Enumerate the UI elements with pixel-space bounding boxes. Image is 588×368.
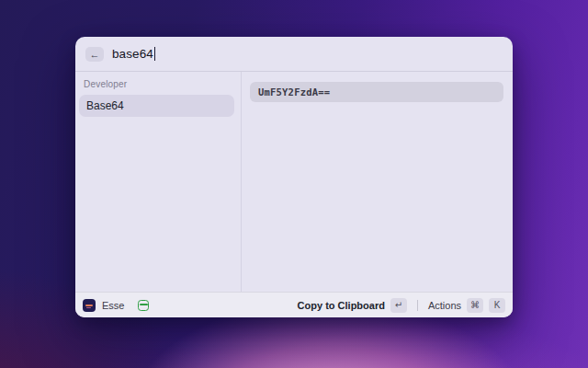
list-item-base64[interactable]: Base64 — [79, 95, 234, 117]
search-input[interactable]: base64 — [112, 47, 155, 61]
results-sidebar: Developer Base64 — [75, 72, 242, 292]
copy-to-clipboard-label: Copy to Clipboard — [298, 300, 385, 311]
window-body: Developer Base64 UmF5Y2FzdA== — [75, 72, 513, 292]
encoded-result-box: UmF5Y2FzdA== — [250, 82, 503, 102]
k-key-icon: K — [489, 298, 505, 313]
return-key-icon: ↵ — [390, 298, 407, 313]
back-button[interactable]: ← — [85, 47, 104, 62]
text-field-icon — [138, 300, 149, 311]
search-input-value: base64 — [112, 47, 153, 61]
detail-panel: UmF5Y2FzdA== — [242, 72, 513, 292]
app-name: Esse — [102, 300, 124, 311]
command-key-icon: ⌘ — [467, 298, 483, 313]
footer-divider — [417, 300, 418, 311]
search-bar: ← base64 — [75, 37, 513, 72]
text-cursor — [154, 47, 156, 61]
actions-menu-button[interactable]: Actions ⌘ K — [428, 298, 505, 313]
launcher-window: ← base64 Developer Base64 UmF5Y2FzdA== E… — [75, 37, 513, 317]
action-bar: Esse Copy to Clipboard ↵ Actions ⌘ K — [75, 292, 513, 317]
copy-to-clipboard-button[interactable]: Copy to Clipboard ↵ — [298, 298, 407, 313]
esse-app-icon — [83, 299, 96, 312]
desktop-background: ← base64 Developer Base64 UmF5Y2FzdA== E… — [0, 0, 588, 368]
section-header: Developer — [84, 79, 234, 89]
back-arrow-icon: ← — [90, 49, 100, 60]
actions-label: Actions — [428, 300, 461, 311]
encoded-result-text: UmF5Y2FzdA== — [258, 86, 330, 98]
list-item-label: Base64 — [86, 99, 124, 112]
